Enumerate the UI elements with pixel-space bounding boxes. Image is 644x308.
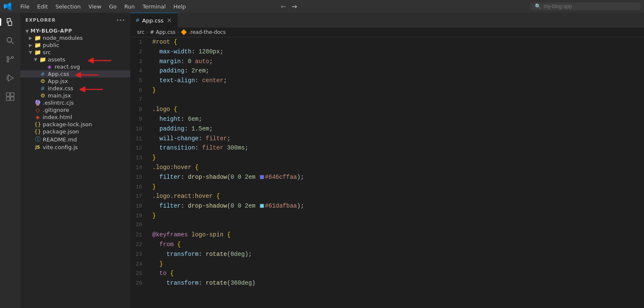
line-number: 1 bbox=[130, 38, 152, 47]
readme-label: README.md bbox=[41, 136, 77, 143]
code-content: height: 6em; bbox=[152, 114, 644, 124]
tab-app-css[interactable]: # App.css ✕ bbox=[130, 13, 178, 28]
code-content: to { bbox=[152, 269, 644, 278]
breadcrumb: src › # App.css › 🔶 .read-the-docs bbox=[130, 28, 644, 37]
tree-item-public[interactable]: ▶ 📁 public bbox=[20, 42, 130, 49]
code-line-7: 7 bbox=[130, 95, 644, 105]
code-content: } bbox=[152, 86, 644, 95]
code-line-13: 13 } bbox=[130, 153, 644, 163]
svg-file-icon: ◈ bbox=[46, 64, 53, 70]
tree-item-src[interactable]: ▼ 📁 src bbox=[20, 49, 130, 56]
nav-back-button[interactable]: ← bbox=[279, 2, 288, 11]
nav-forward-button[interactable]: → bbox=[290, 2, 299, 11]
tree-item-react-svg[interactable]: ◈ react.svg bbox=[20, 63, 130, 70]
src-chevron: ▼ bbox=[27, 50, 34, 55]
explorer-title: EXPLORER bbox=[25, 17, 56, 23]
react-svg-label: react.svg bbox=[53, 64, 80, 70]
code-line-21: 21 @keyframes logo-spin { bbox=[130, 230, 644, 240]
line-number: 11 bbox=[130, 135, 152, 144]
line-number: 21 bbox=[130, 231, 152, 240]
breadcrumb-app-css[interactable]: # App.css bbox=[150, 29, 175, 35]
code-content: } bbox=[152, 182, 644, 191]
css-file-icon: # bbox=[39, 71, 47, 77]
tree-item-node-modules[interactable]: ▶ 📁 node_modules bbox=[20, 34, 130, 42]
assets-arrow bbox=[88, 57, 113, 64]
code-editor[interactable]: 1 #root { 2 max-width: 1280px; 3 margin:… bbox=[130, 37, 644, 308]
src-label: src bbox=[41, 49, 51, 55]
line-number: 8 bbox=[130, 105, 152, 114]
eslint-label: .eslintrc.cjs bbox=[41, 100, 74, 106]
svg-point-6 bbox=[7, 60, 9, 62]
code-line-14: 14 .logo:hover { bbox=[130, 163, 644, 172]
tree-item-gitignore[interactable]: ◇ .gitignore bbox=[20, 106, 130, 114]
search-activity-icon[interactable] bbox=[3, 33, 18, 48]
breadcrumb-read-the-docs[interactable]: 🔶 .read-the-docs bbox=[181, 29, 226, 35]
code-content: .logo.react:hover { bbox=[152, 191, 644, 201]
code-line-1: 1 #root { bbox=[130, 37, 644, 47]
tree-item-assets[interactable]: ▼ 📁 assets bbox=[20, 56, 130, 63]
tree-item-main-jsx[interactable]: ⚙ main.jsx bbox=[20, 92, 130, 99]
json-file-icon: {} bbox=[34, 128, 41, 135]
package-lock-label: package-lock.json bbox=[41, 121, 92, 128]
tree-item-package-lock[interactable]: {} package-lock.json bbox=[20, 121, 130, 128]
svg-rect-9 bbox=[6, 93, 10, 96]
sidebar-menu-button[interactable]: ··· bbox=[116, 16, 125, 24]
extensions-activity-icon[interactable] bbox=[3, 89, 18, 104]
file-tree: ▼ MY-BLOG-APP ▶ 📁 node_modules ▶ 📁 publi… bbox=[20, 28, 130, 308]
tree-item-package-json[interactable]: {} package.json bbox=[20, 128, 130, 135]
code-line-26: 26 transform: rotate(360deg) bbox=[130, 278, 644, 288]
json-file-icon: {} bbox=[34, 121, 41, 128]
tree-root[interactable]: ▼ MY-BLOG-APP bbox=[20, 28, 130, 34]
activity-bar bbox=[0, 13, 20, 308]
titlebar-search[interactable]: 🔍 bbox=[531, 3, 641, 10]
tree-item-index-html[interactable]: ◈ index.html bbox=[20, 114, 130, 121]
vite-config-label: vite.config.js bbox=[41, 144, 78, 150]
code-line-12: 12 transition: filter 300ms; bbox=[130, 143, 644, 153]
line-number: 5 bbox=[130, 77, 152, 86]
node-modules-label: node_modules bbox=[41, 35, 83, 41]
line-number: 10 bbox=[130, 125, 152, 134]
code-content: #root { bbox=[152, 37, 644, 47]
run-debug-activity-icon[interactable] bbox=[3, 70, 18, 86]
menu-selection[interactable]: Selection bbox=[52, 3, 84, 11]
breadcrumb-sep1: › bbox=[146, 29, 149, 35]
code-line-2: 2 max-width: 1280px; bbox=[130, 47, 644, 57]
tab-bar: # App.css ✕ bbox=[130, 13, 644, 28]
code-content: .logo { bbox=[152, 105, 644, 114]
svg-line-3 bbox=[11, 42, 14, 44]
vscode-logo-icon bbox=[3, 2, 12, 11]
svg-point-4 bbox=[7, 56, 9, 58]
source-control-activity-icon[interactable] bbox=[3, 52, 18, 67]
menu-help[interactable]: Help bbox=[170, 3, 190, 11]
line-number: 20 bbox=[130, 221, 152, 230]
code-line-9: 9 height: 6em; bbox=[130, 114, 644, 124]
search-input[interactable] bbox=[544, 3, 636, 9]
menu-terminal[interactable]: Terminal bbox=[139, 3, 169, 11]
tree-item-eslint[interactable]: 🔮 .eslintrc.cjs bbox=[20, 99, 130, 106]
explorer-activity-icon[interactable] bbox=[3, 14, 18, 30]
tree-item-app-css[interactable]: # App.css bbox=[20, 70, 130, 78]
code-line-4: 4 padding: 2rem; bbox=[130, 66, 644, 76]
menu-bar: File Edit Selection View Go Run Terminal… bbox=[17, 3, 189, 11]
menu-file[interactable]: File bbox=[17, 3, 33, 11]
app-css-arrow bbox=[75, 71, 101, 79]
svg-rect-1 bbox=[8, 21, 11, 25]
assets-chevron: ▼ bbox=[32, 57, 39, 62]
code-line-17: 17 .logo.react:hover { bbox=[130, 191, 644, 201]
breadcrumb-src[interactable]: src bbox=[137, 29, 145, 35]
menu-go[interactable]: Go bbox=[106, 3, 120, 11]
assets-label: assets bbox=[47, 56, 65, 63]
menu-view[interactable]: View bbox=[85, 3, 105, 11]
package-json-label: package.json bbox=[41, 128, 79, 135]
code-content: transition: filter 300ms; bbox=[152, 143, 644, 153]
eslint-file-icon: 🔮 bbox=[34, 100, 41, 106]
tree-item-vite-config[interactable]: JS vite.config.js bbox=[20, 144, 130, 151]
menu-edit[interactable]: Edit bbox=[34, 3, 51, 11]
tree-item-readme[interactable]: ⓘ README.md bbox=[20, 135, 130, 144]
line-number: 22 bbox=[130, 241, 152, 250]
code-content: filter: drop-shadow(0 0 2em #61dafbaa); bbox=[152, 201, 644, 211]
tree-item-index-css[interactable]: # index.css bbox=[20, 85, 130, 92]
tab-close-button[interactable]: ✕ bbox=[166, 17, 173, 24]
jsx-file-icon: ⚙ bbox=[39, 78, 47, 84]
menu-run[interactable]: Run bbox=[121, 3, 138, 11]
